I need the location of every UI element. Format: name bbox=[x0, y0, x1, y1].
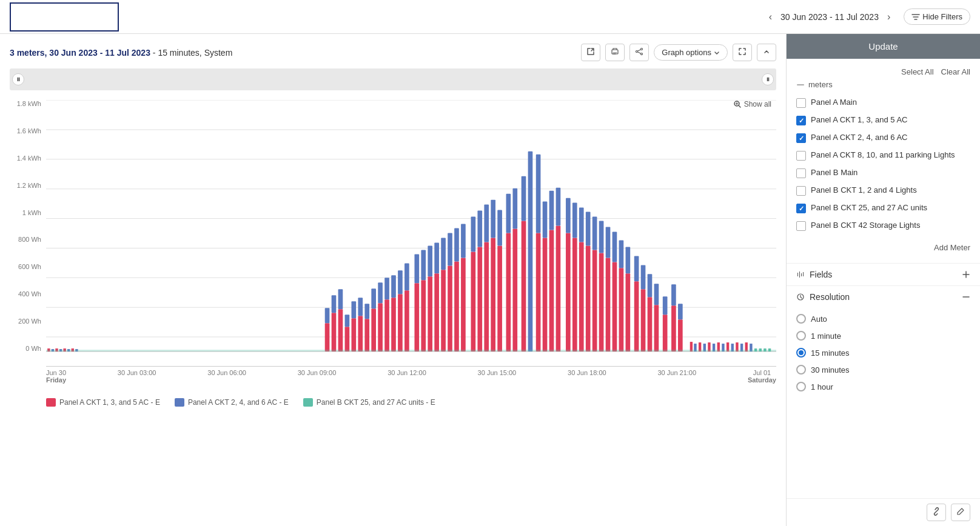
print-btn[interactable] bbox=[605, 44, 625, 61]
y-label-8: 400 Wh bbox=[10, 290, 41, 298]
svg-rect-109 bbox=[626, 273, 631, 351]
meter-item-5[interactable]: Panel B CKT 1, 2 and 4 Lights bbox=[796, 182, 970, 199]
svg-rect-97 bbox=[586, 245, 591, 351]
resolution-radio-4[interactable] bbox=[796, 382, 806, 391]
svg-rect-113 bbox=[641, 289, 646, 351]
svg-point-3 bbox=[641, 53, 643, 55]
graph-options-button[interactable]: Graph options bbox=[654, 44, 728, 61]
svg-rect-93 bbox=[572, 238, 577, 351]
y-label-5: 1 kWh bbox=[10, 209, 41, 216]
legend-label-0: Panel A CKT 1, 3, and 5 AC - E bbox=[59, 398, 160, 407]
svg-rect-76 bbox=[506, 233, 511, 352]
svg-rect-111 bbox=[634, 281, 639, 351]
bar-chart-svg bbox=[46, 100, 776, 367]
link-icon bbox=[932, 507, 941, 516]
svg-rect-112 bbox=[634, 256, 639, 281]
open-external-btn[interactable] bbox=[581, 44, 600, 61]
update-button[interactable]: Update bbox=[787, 34, 980, 59]
sidebar-meters-section: Select All Clear All meters Panel A Main… bbox=[787, 59, 980, 264]
meter-checkbox-1[interactable] bbox=[796, 116, 806, 125]
resolution-option-0[interactable]: Auto bbox=[796, 310, 970, 327]
resolution-section-row[interactable]: Resolution bbox=[787, 286, 980, 308]
meter-item-2[interactable]: Panel A CKT 2, 4, and 6 AC bbox=[796, 129, 970, 147]
resolution-radio-0[interactable] bbox=[796, 314, 806, 324]
resolution-title: Resolution bbox=[796, 292, 850, 302]
svg-rect-90 bbox=[556, 188, 561, 226]
hide-filters-button[interactable]: Hide Filters bbox=[904, 8, 970, 25]
resolution-option-1[interactable]: 1 minute bbox=[796, 327, 970, 344]
date-range-label: 30 Jun 2023 - 11 Jul 2023 bbox=[780, 12, 879, 22]
meter-label-3: Panel A CKT 8, 10, and 11 parking Lights bbox=[811, 150, 955, 159]
svg-rect-68 bbox=[477, 247, 482, 351]
meter-checkbox-5[interactable] bbox=[796, 186, 806, 196]
meter-checkbox-2[interactable] bbox=[796, 133, 806, 143]
svg-rect-67 bbox=[471, 217, 476, 252]
meter-item-0[interactable]: Panel A Main bbox=[796, 94, 970, 112]
chart-legend: Panel A CKT 1, 3, and 5 AC - E Panel A C… bbox=[10, 398, 776, 407]
meter-label-0: Panel A Main bbox=[811, 98, 857, 107]
resolution-options: Auto 1 minute 15 minutes 30 minutes 1 ho… bbox=[787, 308, 980, 402]
clear-all-button[interactable]: Clear All bbox=[941, 66, 970, 78]
resolution-radio-3[interactable] bbox=[796, 365, 806, 375]
svg-rect-38 bbox=[371, 308, 376, 351]
svg-rect-39 bbox=[371, 288, 376, 308]
meter-checkbox-6[interactable] bbox=[796, 204, 806, 213]
svg-rect-110 bbox=[626, 247, 631, 273]
share-btn[interactable] bbox=[629, 44, 649, 61]
meter-item-4[interactable]: Panel B Main bbox=[796, 164, 970, 182]
y-label-3: 1.4 kWh bbox=[10, 155, 41, 162]
select-all-button[interactable]: Select All bbox=[901, 66, 933, 78]
svg-rect-57 bbox=[434, 242, 439, 273]
resolution-label-2: 15 minutes bbox=[811, 348, 850, 358]
meter-checkbox-7[interactable] bbox=[796, 221, 806, 231]
legend-swatch-2 bbox=[303, 398, 313, 407]
edit-icon bbox=[956, 507, 965, 516]
bottom-tool-btn-2[interactable] bbox=[951, 504, 970, 521]
svg-rect-0 bbox=[612, 50, 618, 54]
meter-item-7[interactable]: Panel B CKT 42 Storage Lights bbox=[796, 217, 970, 235]
svg-rect-35 bbox=[358, 298, 363, 316]
meter-item-6[interactable]: Panel B CKT 25, and 27 AC units bbox=[796, 199, 970, 217]
meter-item-3[interactable]: Panel A CKT 8, 10, and 11 parking Lights bbox=[796, 147, 970, 164]
pause-btn-right[interactable]: ⏸ bbox=[762, 73, 774, 85]
meters-header: meters bbox=[796, 80, 970, 89]
date-navigation: ‹ 30 Jun 2023 - 11 Jul 2023 › bbox=[765, 10, 894, 24]
collapse-btn[interactable] bbox=[757, 44, 776, 61]
x-axis: Jun 30Friday 30 Jun 03:00 30 Jun 06:00 3… bbox=[10, 369, 776, 384]
pause-btn-left[interactable]: ⏸ bbox=[12, 73, 24, 85]
expand-btn[interactable] bbox=[733, 44, 752, 61]
svg-rect-69 bbox=[477, 211, 482, 247]
resolution-option-3[interactable]: 30 minutes bbox=[796, 361, 970, 378]
svg-rect-107 bbox=[619, 268, 624, 351]
svg-rect-30 bbox=[345, 327, 350, 351]
resolution-option-4[interactable]: 1 hour bbox=[796, 378, 970, 395]
meter-checkbox-3[interactable] bbox=[796, 151, 806, 161]
next-date-btn[interactable]: › bbox=[884, 10, 894, 24]
hide-filters-label: Hide Filters bbox=[922, 12, 962, 21]
svg-rect-91 bbox=[566, 233, 571, 352]
chart-area: 3 meters, 30 Jun 2023 - 11 Jul 2023 - 15… bbox=[0, 34, 786, 526]
bar-group-late-afternoon bbox=[566, 198, 683, 351]
prev-date-btn[interactable]: ‹ bbox=[765, 10, 776, 24]
legend-swatch-0 bbox=[46, 398, 56, 407]
fields-section-row[interactable]: Fields bbox=[787, 264, 980, 286]
add-meter-button[interactable]: Add Meter bbox=[796, 239, 970, 256]
resolution-radio-2[interactable] bbox=[796, 348, 806, 358]
meter-checkbox-4[interactable] bbox=[796, 168, 806, 178]
svg-rect-104 bbox=[606, 227, 611, 258]
svg-rect-100 bbox=[592, 217, 597, 250]
meter-item-1[interactable]: Panel A CKT 1, 3, and 5 AC bbox=[796, 112, 970, 129]
bottom-tool-btn-1[interactable] bbox=[927, 504, 946, 521]
meter-checkbox-0[interactable] bbox=[796, 98, 806, 108]
svg-rect-82 bbox=[528, 151, 533, 351]
svg-rect-78 bbox=[512, 229, 517, 352]
svg-rect-75 bbox=[497, 210, 502, 246]
legend-swatch-1 bbox=[175, 398, 184, 407]
svg-rect-45 bbox=[391, 275, 396, 298]
y-label-4: 1.2 kWh bbox=[10, 182, 41, 189]
svg-rect-84 bbox=[536, 155, 541, 233]
resolution-option-2[interactable]: 15 minutes bbox=[796, 344, 970, 361]
resolution-radio-1[interactable] bbox=[796, 331, 806, 341]
svg-rect-26 bbox=[332, 313, 337, 351]
mini-timeline: ⏸ ⏸ bbox=[10, 68, 776, 90]
